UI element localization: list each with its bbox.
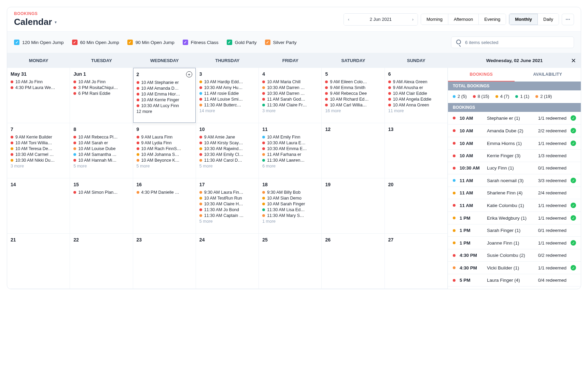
booking-row[interactable]: 10 AMKerrie Finger (3)1/3 redeemed: [448, 150, 581, 162]
calendar-event[interactable]: 10 AM Maria Chill: [262, 79, 318, 84]
calendar-event[interactable]: 10 AM Clair Eddie: [388, 91, 444, 96]
calendar-event[interactable]: 9 AM Anusha er: [388, 85, 444, 90]
calendar-cell[interactable]: May 3110 AM Jo Finn4:30 PM Laura We…: [7, 68, 70, 123]
legend-item[interactable]: ✓Silver Party: [265, 40, 297, 45]
calendar-event[interactable]: 10 AM Simon Plan…: [73, 190, 129, 195]
calendar-cell[interactable]: 109 AM Amie Jane10 AM Kirsty Scay…10:30 …: [196, 123, 259, 178]
calendar-cell[interactable]: 59 AM Eileen Colo…9 AM Emma Smith9 AM Re…: [322, 68, 384, 123]
calendar-event[interactable]: 10 AM Amanda D…: [137, 86, 192, 91]
calendar-event[interactable]: 10 AM Kerrie Finger: [137, 98, 192, 102]
calendar-event[interactable]: 10 AM Sarah Finger: [262, 202, 318, 206]
calendar-cell[interactable]: 23: [133, 234, 196, 289]
calendar-cell[interactable]: 2+10 AM Stephanie er10 AM Amanda D…10 AM…: [133, 68, 196, 123]
time-of-day-evening[interactable]: Evening: [479, 14, 506, 25]
calendar-event[interactable]: 9 AM Eileen Colo…: [325, 79, 381, 84]
calendar-event[interactable]: 11:30 AM Mary S…: [262, 213, 318, 218]
calendar-event[interactable]: 3 PM RositaChiqui…: [73, 85, 129, 90]
calendar-event[interactable]: 10:30 AM Emma E…: [262, 146, 318, 151]
calendar-event[interactable]: 9 AM Emma Smith: [325, 85, 381, 90]
calendar-event[interactable]: 9 AM Laura Finn: [137, 135, 192, 140]
prev-date-button[interactable]: ‹: [344, 14, 353, 25]
calendar-cell[interactable]: 79 AM Kerrie Builder10 AM Toni Willia…10…: [7, 123, 70, 178]
more-events-link[interactable]: 5 more: [73, 164, 129, 168]
calendar-event[interactable]: 10 AM Emily Finn: [262, 135, 318, 140]
calendar-event[interactable]: 11:30 AM Jo Bond: [199, 207, 255, 212]
more-events-link[interactable]: 14 more: [199, 108, 255, 113]
calendar-event[interactable]: 10 AM Anna Green: [388, 103, 444, 107]
calendar-event[interactable]: 11:30 AM Lisa Ed…: [262, 207, 318, 212]
booking-list[interactable]: 10 AMStephanie er (1)1/1 redeemed✓10 AMA…: [448, 112, 581, 289]
booking-row[interactable]: 10 AMEmma Hiorns (1)1/1 redeemed✓: [448, 137, 581, 150]
calendar-cell[interactable]: 1510 AM Simon Plan…: [70, 178, 133, 234]
booking-row[interactable]: 10 AMAmanda Dube (2)2/2 redeemed✓: [448, 124, 581, 137]
legend-item[interactable]: ✓120 Min Open Jump: [14, 40, 64, 45]
calendar-cell[interactable]: 410 AM Maria Chill10:30 AM Darren …10:30…: [259, 68, 322, 123]
calendar-event[interactable]: 10:30 AM Emily Cl…: [199, 152, 255, 157]
calendar-event[interactable]: 10 AM Hannah Mi…: [73, 158, 129, 163]
calendar-event[interactable]: 9 AM Rebecca Dee: [325, 91, 381, 96]
calendar-cell[interactable]: 25: [259, 234, 322, 289]
calendar-event[interactable]: 4:30 PM Danielle …: [137, 190, 192, 195]
more-events-link[interactable]: 11 more: [388, 108, 444, 113]
calendar-cell[interactable]: 99 AM Laura Finn9 AM Lydia Finn10 AM Rac…: [133, 123, 196, 178]
more-events-link[interactable]: 5 more: [199, 219, 255, 224]
booking-row[interactable]: 4:30 PMVicki Builder (1)1/1 redeemed✓: [448, 262, 581, 274]
calendar-event[interactable]: 10 AM Kirsty Scay…: [199, 141, 255, 145]
legend-item[interactable]: ✓Fitness Class: [183, 40, 219, 45]
more-events-link[interactable]: 3 more: [11, 164, 66, 168]
calendar-event[interactable]: 10 AM Jo Finn: [11, 79, 66, 84]
booking-row[interactable]: 10:30 AMLucy Finn (1)0/1 redeemed: [448, 162, 581, 174]
calendar-cell[interactable]: 20: [385, 178, 448, 234]
calendar-event[interactable]: 10 AM Samantha …: [73, 152, 129, 157]
calendar-event[interactable]: 11:30 AM Captain …: [199, 213, 255, 218]
close-icon[interactable]: ✕: [571, 57, 576, 64]
calendar-event[interactable]: 6 PM Rani Eddie: [73, 91, 129, 96]
add-event-icon[interactable]: +: [186, 71, 192, 77]
calendar-cell[interactable]: 179:30 AM Laura Fin…10 AM TestRun Run10:…: [196, 178, 259, 234]
calendar-cell[interactable]: 21: [7, 234, 70, 289]
calendar-cell[interactable]: 1110 AM Emily Finn10:30 AM Laura E…10:30…: [259, 123, 322, 178]
more-events-link[interactable]: 12 more: [137, 109, 192, 114]
calendar-event[interactable]: 10 AM Hardip Edd…: [199, 79, 255, 84]
time-of-day-morning[interactable]: Morning: [421, 14, 448, 25]
calendar-event[interactable]: 9 AM Kerrie Builder: [11, 135, 66, 140]
calendar-cell[interactable]: 810 AM Rebecca Pl…10 AM Sarah er10 AM Lo…: [70, 123, 133, 178]
calendar-event[interactable]: 10 AM Rebecca Pl…: [73, 135, 129, 140]
booking-row[interactable]: 11 AMSharlene Finn (4)2/4 redeemed: [448, 187, 581, 199]
more-events-link[interactable]: 16 more: [325, 108, 381, 113]
next-date-button[interactable]: ›: [408, 14, 418, 25]
calendar-event[interactable]: 10:30 AM Darren …: [262, 85, 318, 90]
more-events-link[interactable]: 3 more: [262, 108, 318, 113]
legend-item[interactable]: ✓90 Min Open Jump: [127, 40, 174, 45]
view-mode-monthly[interactable]: Monthly: [509, 14, 538, 25]
more-menu-button[interactable]: ···: [562, 14, 574, 25]
calendar-event[interactable]: 9 AM Lydia Finn: [137, 141, 192, 145]
more-events-link[interactable]: 5 more: [199, 164, 255, 168]
calendar-event[interactable]: 11:30 AM Claire Fr…: [262, 103, 318, 107]
title-row[interactable]: Calendar ▾: [14, 17, 57, 27]
calendar-event[interactable]: 10 AM Jo Finn: [73, 79, 129, 84]
calendar-event[interactable]: 11 AM Louise Smi…: [199, 97, 255, 102]
date-display[interactable]: 2 Jun 2021: [353, 17, 408, 22]
booking-row[interactable]: 4:30 PMSusie Colombu (2)0/2 redeemed: [448, 249, 581, 262]
view-mode-daily[interactable]: Daily: [538, 14, 559, 25]
calendar-event[interactable]: 11 AM Sarah God…: [262, 97, 318, 102]
time-of-day-afternoon[interactable]: Afternoon: [448, 14, 479, 25]
calendar-event[interactable]: 10:30 AM Lucy Finn: [137, 103, 192, 108]
calendar-cell[interactable]: 27: [385, 234, 448, 289]
booking-row[interactable]: 1 PMSarah Finger (1)0/1 redeemed: [448, 224, 581, 237]
calendar-event[interactable]: 10 AM TestRun Run: [199, 196, 255, 201]
calendar-cell[interactable]: 24: [196, 234, 259, 289]
calendar-event[interactable]: 11:30 AM Carol D…: [199, 158, 255, 163]
tab-availability[interactable]: AVAILABILITY: [515, 68, 581, 82]
calendar-cell[interactable]: 22: [70, 234, 133, 289]
calendar-event[interactable]: 10 AM Angela Eddie: [388, 97, 444, 102]
calendar-event[interactable]: 9:30 AM Billy Bob: [262, 190, 318, 195]
calendar-event[interactable]: 10 AM Teresa De…: [11, 146, 66, 151]
legend-item[interactable]: ✓Gold Party: [227, 40, 257, 45]
calendar-event[interactable]: 10 AM Johanna S…: [137, 152, 192, 157]
calendar-event[interactable]: 10 AM Carl Willia…: [325, 103, 381, 107]
calendar-cell[interactable]: 189:30 AM Billy Bob10 AM Sian Demo10 AM …: [259, 178, 322, 234]
calendar-event[interactable]: 10:30 AM Rajwind…: [199, 146, 255, 151]
calendar-event[interactable]: 10 AM Louise Dube: [73, 146, 129, 151]
